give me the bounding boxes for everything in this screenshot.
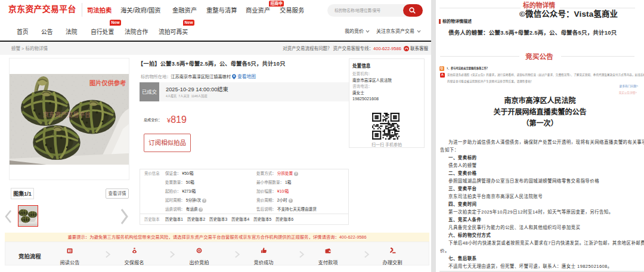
svg-text:京东资产交易平台: 京东资产交易平台 (43, 111, 91, 118)
